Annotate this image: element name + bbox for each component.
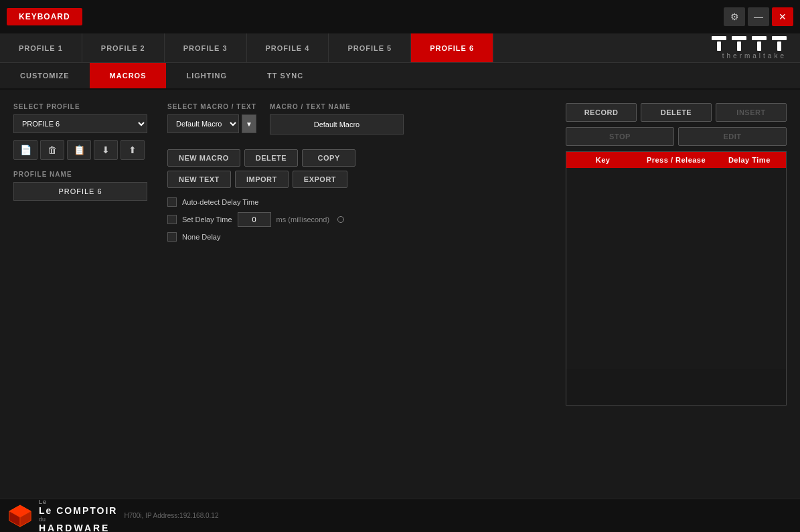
bottom-logo: Le Le COMPTOIR du HARDWARE: [7, 499, 117, 533]
profile-tabs: PROFILE 1 PROFILE 2 PROFILE 3 PROFILE 4 …: [0, 33, 800, 63]
minimize-button[interactable]: —: [748, 7, 769, 26]
profile-tab-6[interactable]: PROFILE 6: [411, 33, 493, 62]
select-macro-label: SELECT MACRO / TEXT: [167, 103, 256, 110]
edit-button[interactable]: EDIT: [678, 127, 787, 146]
copy-profile-icon-btn[interactable]: 📋: [67, 140, 91, 160]
macro-name-section: MACRO / TEXT NAME: [270, 103, 404, 135]
brand-du: du: [39, 516, 117, 523]
tab-customize[interactable]: CUSTOMIZE: [0, 63, 90, 88]
macro-select[interactable]: Default Macro: [167, 114, 239, 133]
close-button[interactable]: ✕: [772, 7, 793, 26]
status-text: H700i, IP Address:192.168.0.12: [124, 512, 218, 519]
import-button[interactable]: IMPORT: [235, 171, 289, 188]
record-buttons-row-1: RECORD DELETE INSERT: [566, 103, 787, 122]
col-delay-time: Delay Time: [713, 152, 786, 168]
set-delay-checkbox[interactable]: [167, 215, 177, 224]
import-profile-icon-btn[interactable]: ⬇: [94, 140, 118, 160]
macro-table-body: [566, 168, 786, 369]
right-panel: RECORD DELETE INSERT STOP EDIT Key Press…: [559, 96, 793, 492]
cube-icon: [7, 503, 33, 529]
insert-button[interactable]: INSERT: [716, 103, 787, 122]
col-key: Key: [566, 152, 639, 168]
profile-select-row: PROFILE 6: [13, 114, 147, 133]
export-profile-icon-btn[interactable]: ⬆: [121, 140, 145, 160]
none-delay-label: None Delay: [182, 233, 220, 241]
center-panel: SELECT MACRO / TEXT Default Macro ▼ MACR…: [161, 96, 552, 492]
brand-top: Le COMPTOIR: [39, 505, 117, 516]
window-controls: ⚙ — ✕: [724, 7, 793, 26]
macro-table: Key Press / Release Delay Time: [566, 151, 787, 406]
delay-section: Auto-detect Delay Time Set Delay Time ms…: [167, 197, 546, 242]
titlebar: KEYBOARD ⚙ — ✕: [0, 0, 800, 33]
macro-name-input[interactable]: [270, 114, 404, 135]
set-delay-label: Set Delay Time: [182, 215, 232, 224]
new-text-button[interactable]: NEW TEXT: [167, 171, 231, 188]
bottom-bar: Le Le COMPTOIR du HARDWARE H700i, IP Add…: [0, 499, 800, 532]
set-delay-option: Set Delay Time ms (millisecond): [167, 212, 546, 227]
profile-name-label: PROFILE NAME: [13, 171, 147, 178]
macro-table-header: Key Press / Release Delay Time: [566, 152, 786, 168]
record-button[interactable]: RECORD: [566, 103, 637, 122]
delete-macro-button[interactable]: DELETE: [244, 149, 298, 167]
none-delay-option: None Delay: [167, 232, 546, 242]
macro-actions-row-1: NEW MACRO DELETE COPY: [167, 149, 546, 167]
macro-select-row: Default Macro ▼: [167, 114, 256, 133]
macro-actions-row-2: NEW TEXT IMPORT EXPORT: [167, 171, 546, 188]
macro-name-label: MACRO / TEXT NAME: [270, 103, 404, 110]
tab-macros[interactable]: MACROS: [90, 63, 167, 88]
thermaltake-logo: thermaltake: [712, 36, 787, 60]
profile-tab-2[interactable]: PROFILE 2: [82, 33, 165, 62]
icon-toolbar: 📄 🗑 📋 ⬇ ⬆: [13, 140, 147, 160]
tab-tt-sync[interactable]: TT SYNC: [247, 63, 323, 88]
left-panel: SELECT PROFILE PROFILE 6 📄 🗑 📋 ⬇ ⬆ PROFI…: [7, 96, 154, 492]
none-delay-checkbox[interactable]: [167, 232, 177, 242]
auto-detect-option: Auto-detect Delay Time: [167, 197, 546, 207]
select-profile-label: SELECT PROFILE: [13, 103, 147, 110]
auto-detect-checkbox[interactable]: [167, 197, 177, 207]
profile-name-input[interactable]: [13, 182, 147, 201]
delete-profile-icon-btn[interactable]: 🗑: [40, 140, 64, 160]
profile-tab-1[interactable]: PROFILE 1: [0, 33, 82, 62]
profile-tab-3[interactable]: PROFILE 3: [165, 33, 247, 62]
macro-dropdown-arrow[interactable]: ▼: [242, 114, 256, 133]
brand-text: Le Le COMPTOIR du HARDWARE: [39, 499, 117, 533]
main-content: SELECT PROFILE PROFILE 6 📄 🗑 📋 ⬇ ⬆ PROFI…: [0, 90, 800, 499]
new-macro-button[interactable]: NEW MACRO: [167, 149, 240, 167]
settings-button[interactable]: ⚙: [724, 7, 745, 26]
profile-tab-4[interactable]: PROFILE 4: [247, 33, 329, 62]
stop-button[interactable]: STOP: [566, 127, 674, 146]
nav-tabs: CUSTOMIZE MACROS LIGHTING TT SYNC: [0, 63, 800, 90]
delete-button[interactable]: DELETE: [641, 103, 712, 122]
record-buttons-row-2: STOP EDIT: [566, 127, 787, 146]
new-profile-icon-btn[interactable]: 📄: [13, 140, 37, 160]
brand-bottom: HARDWARE: [39, 523, 117, 533]
delay-unit-label: ms (millisecond): [276, 215, 329, 224]
copy-macro-button[interactable]: COPY: [302, 149, 355, 167]
keyboard-button[interactable]: KEYBOARD: [7, 8, 82, 25]
export-button[interactable]: EXPORT: [293, 171, 347, 188]
delay-value-input[interactable]: [238, 212, 271, 227]
tab-lighting[interactable]: LIGHTING: [166, 63, 247, 88]
auto-detect-label: Auto-detect Delay Time: [182, 198, 258, 206]
profile-select[interactable]: PROFILE 6: [13, 114, 147, 133]
delay-radio[interactable]: [337, 216, 344, 223]
col-press-release: Press / Release: [639, 152, 712, 168]
profile-tab-5[interactable]: PROFILE 5: [329, 33, 411, 62]
